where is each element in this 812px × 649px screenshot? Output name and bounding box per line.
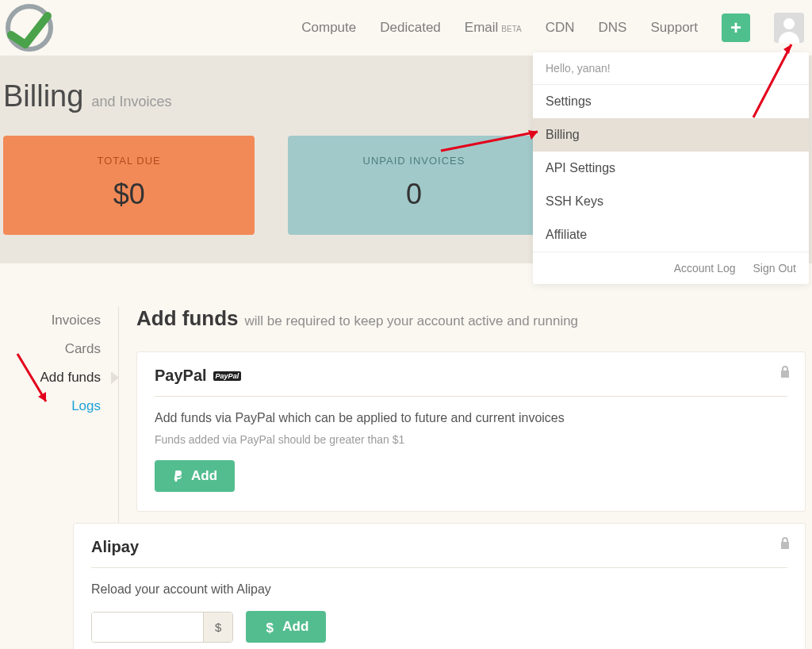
avatar[interactable]: [774, 13, 804, 43]
currency-addon: $: [203, 613, 232, 642]
user-dropdown: Hello, yanan! Settings Billing API Setti…: [533, 52, 809, 284]
logo[interactable]: [5, 3, 54, 52]
panel-paypal: PayPal PayPal Add funds via PayPal which…: [136, 351, 806, 512]
amount-row: $ $ Add: [91, 611, 787, 643]
nav-dns[interactable]: DNS: [599, 20, 627, 36]
panel-description: Add funds via PayPal which can be applie…: [155, 411, 787, 425]
nav-support[interactable]: Support: [650, 20, 698, 36]
dropdown-affiliate[interactable]: Affiliate: [533, 218, 809, 252]
stat-value: 0: [296, 178, 531, 211]
sidebar-item-add-funds[interactable]: Add funds: [0, 363, 118, 392]
panel-title: PayPal: [155, 367, 207, 385]
button-label: Add: [282, 619, 308, 635]
section-heading: Add funds will be required to keep your …: [136, 306, 806, 331]
panel-header: PayPal PayPal: [155, 367, 787, 397]
stat-unpaid-invoices[interactable]: UNPAID INVOICES 0: [288, 136, 539, 235]
stat-total-due[interactable]: TOTAL DUE $0: [3, 136, 255, 235]
stat-label: UNPAID INVOICES: [296, 155, 531, 167]
dropdown-sign-out[interactable]: Sign Out: [753, 262, 796, 275]
dropdown-billing[interactable]: Billing: [533, 118, 809, 152]
dropdown-footer: Account Log Sign Out: [533, 252, 809, 284]
dropdown-account-log[interactable]: Account Log: [674, 262, 736, 275]
plus-icon: +: [730, 17, 741, 39]
dropdown-ssh-keys[interactable]: SSH Keys: [533, 185, 809, 218]
lock-icon: [779, 365, 791, 381]
dropdown-greeting: Hello, yanan!: [533, 52, 809, 85]
panel-title: Alipay: [91, 538, 139, 556]
sidebar-item-logs[interactable]: Logs: [0, 392, 118, 421]
nav-dedicated[interactable]: Dedicated: [380, 20, 441, 36]
amount-input-group: $: [91, 612, 233, 643]
panel-alipay: Alipay Reload your account with Alipay $…: [73, 523, 806, 649]
main-content: Add funds will be required to keep your …: [119, 306, 812, 649]
add-paypal-button[interactable]: Add: [155, 460, 235, 492]
paypal-icon: [172, 470, 185, 482]
lock-icon: [779, 536, 791, 552]
dropdown-settings[interactable]: Settings: [533, 85, 809, 118]
header: Compute Dedicated EmailBETA CDN DNS Supp…: [0, 0, 812, 56]
paypal-badge-icon: PayPal: [213, 371, 242, 381]
section-heading-rest: will be required to keep your account ac…: [245, 313, 579, 329]
dollar-icon: $: [263, 620, 276, 633]
add-button[interactable]: +: [722, 13, 750, 42]
sidebar-item-cards[interactable]: Cards: [0, 335, 118, 363]
panel-note: Funds added via PayPal should be greater…: [155, 433, 787, 446]
beta-badge: BETA: [501, 25, 521, 33]
dropdown-api-settings[interactable]: API Settings: [533, 152, 809, 185]
stat-value: $0: [11, 178, 247, 211]
add-alipay-button[interactable]: $ Add: [246, 611, 326, 643]
main-nav: Compute Dedicated EmailBETA CDN DNS Supp…: [301, 13, 812, 43]
page-title-sub: and Invoices: [91, 94, 171, 110]
page-title-main: Billing: [3, 79, 83, 113]
panel-description: Reload your account with Alipay: [91, 582, 787, 597]
content-area: Invoices Cards Add funds Logs Add funds …: [0, 263, 812, 649]
button-label: Add: [191, 468, 217, 484]
amount-input[interactable]: [92, 613, 203, 642]
nav-compute[interactable]: Compute: [301, 20, 356, 36]
nav-cdn[interactable]: CDN: [546, 20, 575, 36]
nav-email[interactable]: EmailBETA: [465, 20, 522, 36]
stat-label: TOTAL DUE: [11, 155, 247, 167]
panel-header: Alipay: [91, 538, 787, 568]
section-heading-title: Add funds: [136, 306, 239, 331]
sidebar-item-invoices[interactable]: Invoices: [0, 306, 118, 335]
